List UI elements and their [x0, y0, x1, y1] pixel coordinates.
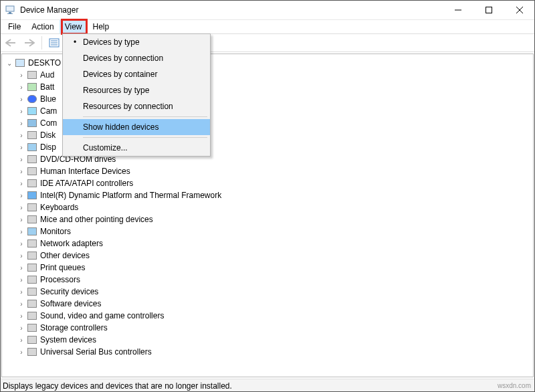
menu-action[interactable]: Action [26, 20, 59, 33]
other-icon [27, 250, 37, 261]
menu-devices-by-container[interactable]: Devices by container [63, 66, 210, 82]
expander-icon[interactable]: › [17, 276, 26, 284]
usb-icon [27, 347, 37, 357]
expander-icon[interactable]: › [17, 180, 26, 187]
expander-icon[interactable]: › [17, 192, 26, 199]
tree-item-hid[interactable]: ›Human Interface Devices [2, 165, 533, 177]
sound-icon [27, 310, 37, 321]
tree-item-processors[interactable]: ›Processors [2, 274, 533, 286]
tree-item-software-devices[interactable]: ›Software devices [2, 298, 533, 310]
menu-view[interactable]: View [60, 20, 88, 33]
expander-icon[interactable]: › [17, 108, 26, 115]
expander-icon[interactable]: › [17, 288, 26, 296]
expander-icon[interactable]: › [17, 228, 26, 235]
expander-icon[interactable]: › [17, 120, 26, 127]
tree-item-keyboards[interactable]: ›Keyboards [2, 201, 533, 213]
window-title: Device Manager [20, 5, 78, 15]
expander-icon[interactable]: › [17, 144, 26, 151]
toolbar-back-button[interactable] [3, 35, 19, 50]
security-icon [27, 286, 37, 297]
tree-item-monitors[interactable]: ›Monitors [2, 225, 533, 237]
intel-icon [27, 190, 37, 201]
window-controls [443, 0, 535, 19]
tree-item-system-devices[interactable]: ›System devices [2, 334, 533, 346]
tree-item-print-queues[interactable]: ›Print queues [2, 262, 533, 274]
titlebar: Device Manager [0, 0, 535, 20]
statusbar: Displays legacy devices and devices that… [0, 379, 535, 392]
expander-icon[interactable]: › [17, 336, 26, 344]
bluetooth-icon [27, 94, 37, 104]
printer-icon [27, 262, 37, 273]
menubar: File Action View Help [0, 20, 535, 33]
tree-item-security-devices[interactable]: ›Security devices [2, 286, 533, 298]
toolbar-forward-button[interactable] [21, 35, 37, 50]
expander-icon[interactable]: › [17, 216, 26, 223]
expander-icon[interactable]: ⌄ [5, 60, 14, 67]
expander-icon[interactable]: › [17, 168, 26, 175]
processor-icon [27, 274, 37, 285]
app-icon [5, 5, 16, 15]
statusbar-text: Displays legacy devices and devices that… [3, 381, 232, 391]
bullet-icon: • [68, 37, 82, 47]
tree-item-storage-controllers[interactable]: ›Storage controllers [2, 322, 533, 334]
toolbar-separator [41, 36, 42, 50]
menu-separator [83, 116, 207, 117]
tree-item-network-adapters[interactable]: ›Network adapters [2, 237, 533, 250]
hid-icon [27, 166, 37, 177]
dvd-icon [27, 154, 37, 165]
expander-icon[interactable]: › [17, 300, 26, 308]
monitor-icon [27, 118, 37, 128]
expander-icon[interactable]: › [17, 156, 26, 163]
expander-icon[interactable]: › [17, 132, 26, 139]
software-icon [27, 298, 37, 309]
menu-customize[interactable]: Customize... [63, 140, 210, 156]
menu-devices-by-connection[interactable]: Devices by connection [63, 50, 210, 66]
expander-icon[interactable]: › [17, 324, 26, 332]
computer-icon [15, 58, 25, 68]
maximize-button[interactable] [473, 0, 504, 19]
svg-rect-1 [9, 12, 11, 13]
ide-icon [27, 178, 37, 189]
storage-icon [27, 322, 37, 333]
tree-item-intel-framework[interactable]: ›Intel(R) Dynamic Platform and Thermal F… [2, 189, 533, 201]
expander-icon[interactable]: › [17, 72, 26, 79]
watermark-text: wsxdn.com [498, 382, 531, 389]
menu-help[interactable]: Help [88, 20, 115, 33]
expander-icon[interactable]: › [17, 240, 26, 248]
expander-icon[interactable]: › [17, 264, 26, 272]
tree-item-other-devices[interactable]: ›Other devices [2, 250, 533, 262]
menu-file[interactable]: File [3, 20, 26, 33]
minimize-button[interactable] [443, 0, 473, 19]
expander-icon[interactable]: › [17, 204, 26, 211]
menu-separator [83, 137, 207, 138]
mouse-icon [27, 214, 37, 225]
display-icon [27, 142, 37, 153]
battery-icon [27, 82, 37, 92]
menu-resources-by-connection[interactable]: Resources by connection [63, 98, 210, 114]
keyboard-icon [27, 202, 37, 213]
view-menu-dropdown: • Devices by type Devices by connection … [62, 33, 211, 157]
tree-root-label: DESKTO [28, 58, 61, 68]
expander-icon[interactable]: › [17, 84, 26, 91]
menu-resources-by-type[interactable]: Resources by type [63, 82, 210, 98]
network-icon [27, 238, 37, 249]
tree-item-mice[interactable]: ›Mice and other pointing devices [2, 213, 533, 225]
menu-show-hidden-devices[interactable]: Show hidden devices [63, 119, 210, 135]
toolbar-properties-button[interactable] [46, 35, 62, 50]
tree-item-sound-controllers[interactable]: ›Sound, video and game controllers [2, 310, 533, 322]
svg-rect-4 [486, 7, 492, 13]
tree-item-usb-controllers[interactable]: ›Universal Serial Bus controllers [2, 346, 533, 358]
expander-icon[interactable]: › [17, 252, 26, 260]
expander-icon[interactable]: › [17, 349, 26, 356]
close-button[interactable] [504, 0, 535, 19]
monitors-icon [27, 226, 37, 237]
svg-rect-2 [7, 13, 13, 14]
menu-devices-by-type[interactable]: • Devices by type [63, 34, 210, 50]
system-icon [27, 334, 37, 345]
tree-item-ide[interactable]: ›IDE ATA/ATAPI controllers [2, 177, 533, 189]
disk-icon [27, 130, 37, 140]
audio-icon [27, 70, 37, 80]
camera-icon [27, 106, 37, 116]
expander-icon[interactable]: › [17, 96, 26, 103]
expander-icon[interactable]: › [17, 312, 26, 320]
